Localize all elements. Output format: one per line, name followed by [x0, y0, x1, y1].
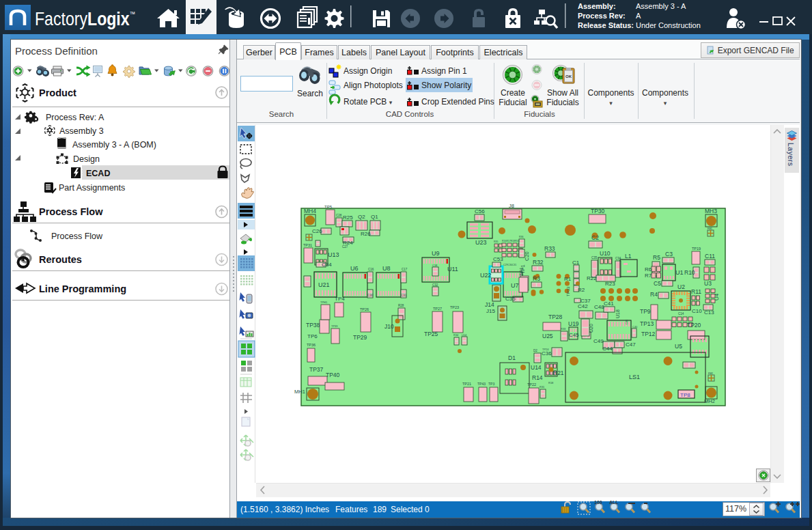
svg-text:C42: C42 [578, 303, 588, 309]
svg-text:TP20: TP20 [687, 322, 701, 329]
svg-text:U1: U1 [675, 269, 684, 276]
svg-text:R22: R22 [587, 275, 597, 281]
svg-text:U19: U19 [568, 320, 579, 327]
svg-text:R11: R11 [691, 288, 701, 295]
svg-text:U10: U10 [600, 250, 611, 257]
svg-text:C35: C35 [591, 256, 598, 260]
svg-text:Process Rev: A: Process Rev: A [46, 113, 104, 122]
svg-text:R34: R34 [453, 333, 459, 337]
svg-text:TP31: TP31 [303, 243, 312, 247]
svg-text:U7: U7 [511, 282, 519, 289]
svg-text:Process Flow: Process Flow [51, 232, 103, 241]
svg-text:U21: U21 [318, 281, 330, 288]
svg-text:R3: R3 [533, 275, 540, 282]
svg-text:U2: U2 [677, 283, 685, 290]
svg-text:C29C30C31: C29C30C31 [503, 264, 516, 266]
svg-text:MH4: MH4 [304, 208, 316, 214]
svg-text:C3: C3 [665, 251, 673, 257]
svg-text:TP26: TP26 [360, 307, 369, 311]
svg-text:TP21: TP21 [462, 382, 471, 386]
svg-text:R36: R36 [519, 236, 523, 238]
svg-text:TP6: TP6 [307, 333, 318, 339]
svg-text:TP4: TP4 [335, 296, 345, 302]
svg-text:R25: R25 [343, 214, 353, 221]
svg-text:C41: C41 [604, 301, 614, 307]
svg-text:C34: C34 [615, 257, 621, 260]
svg-text:TP40: TP40 [326, 372, 340, 378]
svg-text:TP23: TP23 [450, 305, 459, 309]
svg-text:J8: J8 [509, 203, 514, 209]
svg-text:C5: C5 [654, 280, 661, 287]
svg-text:TP39: TP39 [331, 324, 338, 328]
svg-text:R10: R10 [684, 269, 695, 276]
svg-text:R7: R7 [645, 273, 652, 279]
svg-text:Line Programming: Line Programming [39, 283, 126, 294]
svg-text:C53: C53 [493, 256, 503, 262]
svg-text:U11: U11 [447, 266, 458, 273]
svg-text:TP5: TP5 [324, 205, 333, 209]
svg-text:TP33: TP33 [566, 286, 570, 296]
svg-text:TP43: TP43 [477, 382, 486, 386]
svg-text:R4: R4 [650, 291, 658, 298]
svg-text:TP12: TP12 [641, 331, 656, 337]
svg-text:R33: R33 [544, 245, 555, 252]
svg-text:C48: C48 [594, 304, 604, 310]
svg-text:TP9: TP9 [640, 308, 651, 315]
svg-text:MH1: MH1 [294, 389, 305, 395]
svg-text:MH2: MH2 [704, 398, 715, 404]
svg-text:J14: J14 [485, 301, 494, 308]
svg-text:U13: U13 [328, 251, 339, 258]
svg-text:C16: C16 [368, 268, 374, 271]
svg-text:C13: C13 [704, 309, 714, 316]
svg-text:C35: C35 [505, 296, 516, 302]
svg-text:TP28: TP28 [548, 313, 563, 320]
svg-text:U9: U9 [432, 250, 440, 257]
svg-text:TP8: TP8 [680, 392, 690, 398]
svg-text:C30: C30 [367, 294, 374, 297]
svg-text:OK: OK [565, 74, 572, 79]
svg-text:Assembly 3 - A (BOM): Assembly 3 - A (BOM) [72, 140, 156, 150]
svg-text:C1: C1 [572, 260, 580, 266]
svg-text:C27: C27 [342, 245, 348, 249]
svg-text:R23: R23 [605, 281, 615, 287]
svg-text:R16R17R18R16: R16R17R18R16 [502, 240, 520, 242]
svg-text:Design: Design [73, 154, 100, 164]
svg-text:TP1: TP1 [519, 267, 524, 276]
svg-text:J10: J10 [384, 323, 394, 330]
svg-text:C31: C31 [401, 294, 407, 297]
svg-text:C49: C49 [593, 338, 604, 344]
svg-text:C18: C18 [432, 264, 438, 267]
svg-text:R2: R2 [578, 287, 585, 293]
svg-text:R6: R6 [645, 266, 652, 273]
svg-text:J15: J15 [486, 308, 495, 314]
svg-text:LD4: LD4 [462, 333, 467, 337]
svg-text:R1: R1 [564, 276, 572, 282]
svg-text:U4: U4 [714, 293, 720, 301]
svg-text:TP27: TP27 [433, 307, 442, 311]
svg-text:TP36: TP36 [307, 343, 316, 347]
svg-text:C44: C44 [602, 346, 613, 352]
svg-text:MH3: MH3 [705, 208, 717, 214]
svg-text:D1: D1 [508, 354, 516, 361]
svg-text:R26: R26 [361, 231, 371, 237]
svg-text:FM2: FM2 [708, 372, 713, 375]
svg-text:TP29: TP29 [353, 334, 367, 341]
svg-text:TP30: TP30 [591, 208, 605, 214]
svg-text:U5: U5 [675, 343, 682, 350]
svg-text:C2: C2 [591, 234, 599, 241]
svg-text:C28: C28 [336, 214, 342, 217]
svg-text:C14: C14 [678, 312, 684, 316]
svg-text:TP24: TP24 [542, 348, 549, 351]
svg-text:Reroutes: Reroutes [39, 254, 82, 265]
svg-text:C17: C17 [402, 268, 408, 271]
svg-text:R32: R32 [533, 259, 544, 266]
svg-text:ALL: ALL [609, 501, 619, 505]
svg-text:TP37: TP37 [309, 366, 324, 373]
svg-text:C47: C47 [626, 341, 636, 348]
svg-text:R31: R31 [540, 385, 545, 389]
svg-text:R33: R33 [561, 327, 566, 331]
svg-text:R18: R18 [548, 381, 554, 385]
svg-text:Process Flow: Process Flow [39, 206, 103, 217]
svg-text:C45: C45 [569, 332, 579, 338]
svg-text:D2: D2 [533, 349, 537, 352]
